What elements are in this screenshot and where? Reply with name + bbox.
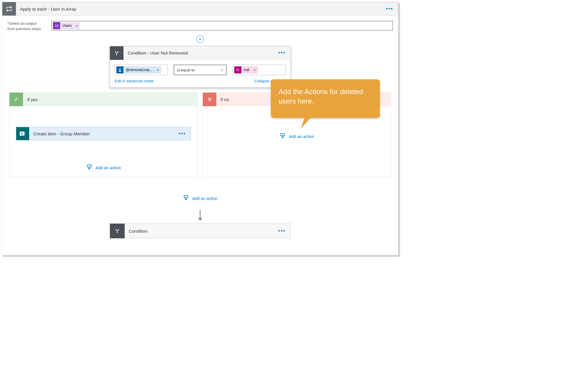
condition-icon <box>110 224 125 238</box>
remove-token-icon[interactable]: ✕ <box>155 68 161 72</box>
condition-icon <box>110 46 123 60</box>
annotation-callout: Add the Actions for deleted users here. <box>271 79 380 118</box>
apply-to-each-header[interactable]: Apply to each - User in Array ••• <box>2 2 398 16</box>
token-users-label: Users <box>60 24 74 28</box>
svg-point-4 <box>24 134 25 135</box>
token-users[interactable]: {x} Users ✕ <box>53 22 80 29</box>
insert-step-button[interactable]: + <box>196 35 204 43</box>
add-step-icon <box>86 164 93 171</box>
remove-token-icon[interactable]: ✕ <box>252 68 258 72</box>
token-removed-label: @removed.rea... <box>123 68 155 72</box>
chevron-down-icon: ▽ <box>221 68 223 72</box>
create-item-menu[interactable]: ••• <box>174 131 191 137</box>
if-yes-branch: ✓ If yes S Create item - Group Member ••… <box>9 92 198 177</box>
apply-to-each-menu[interactable]: ••• <box>381 6 398 12</box>
select-output-input[interactable]: {x} Users ✕ <box>52 21 393 30</box>
condition-menu[interactable]: ••• <box>274 50 290 56</box>
add-action-label: Add an action <box>192 196 218 201</box>
sharepoint-icon: S <box>16 127 29 140</box>
check-icon: ✓ <box>9 93 23 106</box>
condition-card: Condition - User Not Removed ••• @remove… <box>110 46 291 88</box>
condition-header[interactable]: Condition - User Not Removed ••• <box>110 46 290 60</box>
variable-icon: {x} <box>53 22 60 29</box>
dynamic-content-icon <box>116 66 123 73</box>
svg-rect-6 <box>281 134 285 136</box>
connector-arrow <box>2 208 398 224</box>
add-step-icon <box>183 195 189 202</box>
if-yes-header: ✓ If yes <box>9 93 197 106</box>
condition-collapsed-menu[interactable]: ••• <box>274 228 290 234</box>
svg-rect-7 <box>184 196 188 198</box>
if-no-add-action[interactable]: Add an action <box>203 133 391 140</box>
loop-icon <box>2 2 16 16</box>
if-yes-label: If yes <box>23 97 38 102</box>
select-output-label: *Select an output from previous steps <box>7 21 52 31</box>
apply-to-each-title: Apply to each - User in Array <box>16 6 381 12</box>
close-icon: ✕ <box>203 93 216 106</box>
callout-text: Add the Actions for deleted users here. <box>279 88 363 105</box>
create-item-action[interactable]: S Create item - Group Member ••• <box>16 127 191 140</box>
add-step-icon <box>279 133 286 140</box>
svg-point-3 <box>24 132 25 133</box>
condition-collapsed-card[interactable]: Condition ••• <box>110 224 291 238</box>
token-removed-reason[interactable]: @removed.rea... ✕ <box>116 66 161 73</box>
condition-left-input[interactable]: @removed.rea... ✕ <box>115 65 168 75</box>
create-item-title: Create item - Group Member <box>29 131 174 136</box>
add-action-label: Add an action <box>95 165 121 170</box>
remove-token-icon[interactable]: ✕ <box>74 24 80 27</box>
token-null[interactable]: fx null ✕ <box>234 66 258 73</box>
svg-text:S: S <box>21 132 23 135</box>
condition-collapsed-title: Condition <box>125 229 274 234</box>
condition-title: Condition - User Not Removed <box>123 50 274 55</box>
condition-right-input[interactable]: fx null ✕ <box>233 65 286 75</box>
condition-operator-select[interactable]: is equal to ▽ <box>174 65 227 75</box>
expression-icon: fx <box>234 66 241 73</box>
svg-point-0 <box>119 68 121 70</box>
flow-designer-canvas: Apply to each - User in Array ••• *Selec… <box>2 2 398 255</box>
operator-value: is equal to <box>177 68 195 72</box>
if-no-label: If no <box>216 97 229 102</box>
loop-add-action[interactable]: Add an action <box>183 195 218 202</box>
select-output-row: *Select an output from previous steps {x… <box>2 16 398 34</box>
edit-advanced-link[interactable]: Edit in advanced mode <box>115 79 154 83</box>
svg-rect-5 <box>88 165 91 167</box>
token-null-label: null <box>241 68 252 72</box>
add-action-label: Add an action <box>289 134 314 139</box>
if-yes-add-action[interactable]: Add an action <box>9 164 197 171</box>
